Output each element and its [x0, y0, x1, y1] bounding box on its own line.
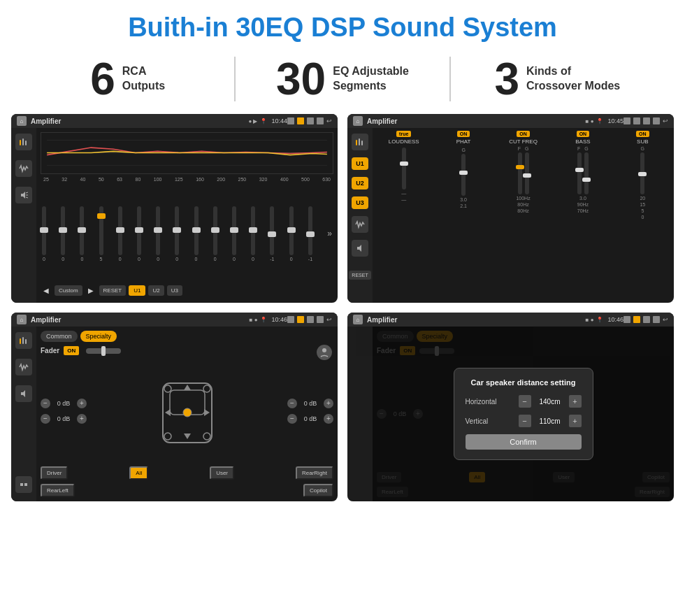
- u3-button[interactable]: U3: [352, 196, 368, 209]
- slider-track[interactable]: [42, 206, 46, 255]
- rearright-button[interactable]: RearRight: [296, 466, 333, 480]
- eq-slider-11[interactable]: 0: [251, 206, 255, 262]
- sidebar-speaker-btn[interactable]: [15, 187, 32, 203]
- eq-u1-button[interactable]: U1: [129, 285, 145, 296]
- u1-button[interactable]: U1: [352, 157, 368, 170]
- horizontal-label: Horizontal: [466, 398, 497, 406]
- stat-crossover: 3 Kinds of Crossover Modes: [472, 57, 643, 101]
- common-tab[interactable]: Common: [41, 331, 78, 342]
- screen2-body: U1 U2 U3 RESET true LOUDNESS: [347, 128, 674, 303]
- eq-slider-8[interactable]: 0: [194, 206, 199, 262]
- rearleft-button[interactable]: RearLeft: [41, 484, 75, 497]
- vertical-minus-button[interactable]: −: [519, 415, 531, 427]
- eq-slider-9[interactable]: 0: [213, 206, 217, 262]
- crossover-wave-btn[interactable]: [352, 216, 368, 233]
- driver-button[interactable]: Driver: [41, 466, 68, 480]
- eq-more[interactable]: »: [327, 229, 332, 238]
- eq-slider-1[interactable]: 0: [61, 206, 65, 262]
- cutfreq-on[interactable]: ON: [517, 131, 530, 137]
- u2-button[interactable]: U2: [352, 177, 368, 189]
- crossover-eq-btn[interactable]: [352, 134, 368, 150]
- eq-slider-12[interactable]: -1: [270, 206, 274, 262]
- home-icon-4[interactable]: ⌂: [353, 315, 363, 324]
- eq-reset-button[interactable]: RESET: [99, 285, 127, 296]
- db-plus-3[interactable]: +: [324, 414, 333, 424]
- eq-slider-13[interactable]: 0: [289, 206, 294, 262]
- svg-rect-15: [22, 337, 24, 344]
- horizontal-plus-button[interactable]: +: [569, 395, 582, 408]
- db-value-3: 0 dB: [300, 415, 321, 422]
- eq-slider-7[interactable]: 0: [175, 206, 179, 262]
- eq-slider-14[interactable]: -1: [308, 206, 312, 262]
- bass-label: BASS: [575, 138, 590, 145]
- db-minus-3[interactable]: −: [287, 414, 297, 424]
- slider-track[interactable]: [308, 206, 312, 255]
- fader-speaker-btn[interactable]: [15, 385, 32, 402]
- db-minus-0[interactable]: −: [41, 399, 50, 408]
- slider-track[interactable]: [289, 206, 294, 255]
- specialty-tab[interactable]: Specialty: [80, 331, 117, 342]
- home-icon-1[interactable]: ⌂: [17, 116, 27, 126]
- horizontal-minus-button[interactable]: −: [519, 395, 531, 408]
- eq-preset-button[interactable]: Custom: [55, 285, 82, 296]
- loudness-freq: —: [401, 191, 406, 196]
- sidebar-wave-btn[interactable]: [15, 160, 32, 177]
- fader-eq-btn[interactable]: [15, 332, 32, 349]
- home-icon-2[interactable]: ⌂: [353, 116, 363, 126]
- fader-expand-btn[interactable]: [15, 476, 32, 493]
- eq-slider-6[interactable]: 0: [156, 206, 160, 262]
- sub-on[interactable]: ON: [636, 131, 649, 137]
- screen2-time: 10:45: [607, 117, 623, 124]
- slider-track[interactable]: [118, 206, 122, 255]
- user-button[interactable]: User: [210, 466, 234, 480]
- eq-u3-button[interactable]: U3: [167, 285, 182, 296]
- stat-eq: 30 EQ Adjustable Segments: [257, 57, 450, 101]
- slider-track[interactable]: [80, 206, 84, 255]
- eq-slider-5[interactable]: 0: [137, 206, 141, 262]
- eq-slider-4[interactable]: 0: [118, 206, 122, 262]
- slider-track[interactable]: [99, 206, 103, 255]
- stat-eq-number: 30: [276, 57, 326, 101]
- eq-slider-3[interactable]: 5: [99, 206, 103, 262]
- dialog-title: Car speaker distance setting: [466, 378, 582, 387]
- slider-track[interactable]: [270, 206, 274, 255]
- bass-on[interactable]: ON: [577, 131, 590, 137]
- slider-track[interactable]: [194, 206, 199, 255]
- fader-wave-btn[interactable]: [15, 359, 32, 375]
- slider-track[interactable]: [213, 206, 217, 255]
- eq-slider-10[interactable]: 0: [232, 206, 236, 262]
- screen1-time: 10:44: [271, 117, 287, 124]
- loudness-on[interactable]: true: [396, 131, 411, 137]
- crossover-speaker-btn[interactable]: [352, 240, 368, 257]
- horizontal-control: − 140cm +: [519, 395, 582, 408]
- eq-slider-0[interactable]: 0: [42, 206, 46, 262]
- vertical-plus-button[interactable]: +: [569, 415, 582, 427]
- fader-on-badge[interactable]: ON: [64, 346, 79, 355]
- slider-track[interactable]: [175, 206, 179, 255]
- eq-slider-2[interactable]: 0: [80, 206, 84, 262]
- stat-rca-label: RCA Outputs: [122, 64, 165, 94]
- db-plus-1[interactable]: +: [77, 414, 87, 424]
- all-button[interactable]: All: [129, 466, 148, 480]
- crossover-main-area: true LOUDNESS — — ON PHAT G: [373, 128, 674, 303]
- db-minus-1[interactable]: −: [41, 414, 50, 424]
- eq-next-button[interactable]: ▶: [85, 285, 96, 296]
- eq-prev-button[interactable]: ◀: [41, 285, 52, 296]
- slider-track[interactable]: [137, 206, 141, 255]
- phat-on[interactable]: ON: [457, 131, 470, 137]
- screen-distance: ⌂ Amplifier ■ ● 📍 10:46 ↩ Common Special…: [347, 313, 674, 501]
- crossover-reset-button[interactable]: RESET: [349, 271, 370, 280]
- slider-track[interactable]: [251, 206, 255, 255]
- sidebar-eq-btn[interactable]: [15, 134, 32, 150]
- db-plus-0[interactable]: +: [77, 399, 87, 408]
- home-icon-3[interactable]: ⌂: [17, 315, 27, 324]
- copilot-button[interactable]: Copilot: [303, 484, 333, 497]
- confirm-button[interactable]: Confirm: [466, 434, 582, 450]
- slider-track[interactable]: [61, 206, 65, 255]
- db-plus-2[interactable]: +: [324, 399, 333, 408]
- slider-track[interactable]: [156, 206, 160, 255]
- db-minus-2[interactable]: −: [287, 399, 297, 408]
- screen-fader: ⌂ Amplifier ■ ● 📍 10:46 ↩: [11, 313, 338, 501]
- slider-track[interactable]: [232, 206, 236, 255]
- eq-u2-button[interactable]: U2: [148, 285, 164, 296]
